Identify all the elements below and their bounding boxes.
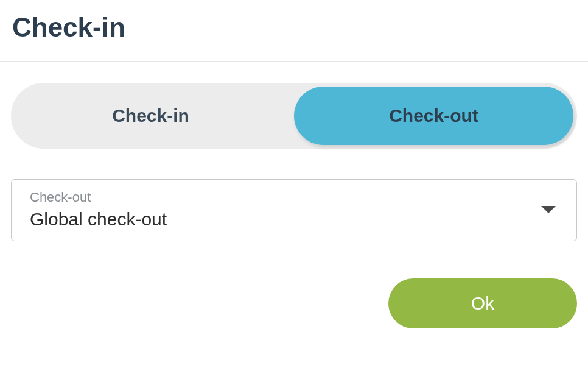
page-title: Check-in [12,12,576,43]
select-value: Global check-out [30,209,167,230]
header: Check-in [0,0,588,62]
tab-label: Check-in [112,105,189,126]
segmented-control: Check-in Check-out [11,83,577,149]
checkout-select[interactable]: Check-out Global check-out [11,179,577,241]
content: Check-in Check-out Check-out Global chec… [0,62,588,260]
select-label: Check-out [30,189,167,205]
ok-button[interactable]: Ok [388,278,577,328]
tab-label: Check-out [389,105,478,126]
footer: Ok [0,260,588,347]
chevron-down-icon [541,206,556,213]
select-text: Check-out Global check-out [30,189,167,230]
tab-check-out[interactable]: Check-out [294,87,573,145]
tab-check-in[interactable]: Check-in [11,83,290,149]
